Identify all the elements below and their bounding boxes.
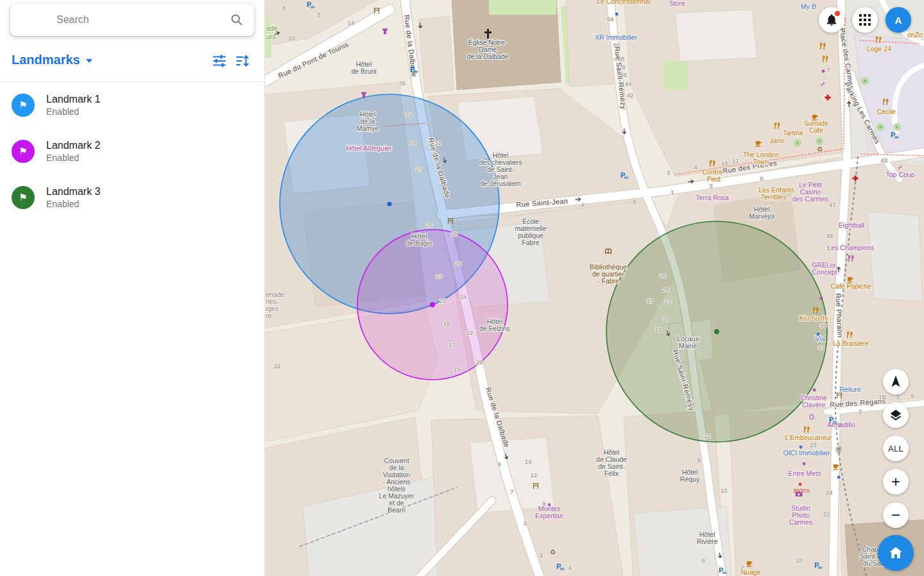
house-number: 2 [667, 169, 670, 176]
zoom-in-button[interactable]: + [883, 469, 909, 495]
layers-button[interactable] [883, 402, 909, 428]
svg-text:♻: ♻ [817, 146, 823, 153]
apps-grid-button[interactable] [852, 7, 878, 33]
house-number: 27 [416, 165, 423, 173]
place-label: Cécile [877, 108, 895, 115]
home-button[interactable] [878, 535, 914, 571]
house-number: 14 [525, 458, 532, 465]
place-label: Les EnfantsTerribles... [758, 186, 794, 201]
list-item-landmark-2[interactable]: ⚑ Landmark 2 Enabled [0, 128, 264, 174]
house-number: 3 [539, 552, 542, 559]
svg-text:Ō: Ō [809, 414, 814, 421]
house-number: 31 [406, 111, 413, 118]
sort-icon[interactable] [235, 53, 250, 69]
dot-icon [548, 504, 551, 507]
house-number: 4 [694, 164, 697, 171]
map-canvas[interactable]: 5514103531293227252823262421192217152054… [264, 0, 924, 576]
house-number: 15 [796, 557, 803, 564]
compass-button[interactable] [883, 369, 909, 394]
place-label: La Braisière [833, 339, 869, 347]
dot-icon [803, 462, 806, 466]
recycle-icon: ♻ [817, 146, 823, 153]
house-number: 28 [451, 230, 458, 237]
landmark-status: Enabled [46, 106, 101, 117]
place-label: Top Coup [886, 171, 915, 178]
house-number: 17 [647, 297, 654, 304]
svg-text:♻: ♻ [550, 548, 556, 555]
house-number: 7 [826, 66, 830, 73]
place-label: Loge 24 [867, 45, 891, 53]
all-landmarks-button[interactable]: ALL [883, 436, 909, 461]
landmark-name: Landmark 3 [46, 185, 101, 198]
tree-icon [893, 123, 901, 131]
flag-icon: ⚑ [12, 140, 35, 163]
search-input[interactable] [55, 13, 230, 26]
house-number: 3 [709, 182, 712, 189]
menu-icon[interactable] [27, 15, 40, 24]
house-number: 35 [820, 322, 827, 329]
house-number: 23 [436, 273, 443, 280]
all-label: ALL [888, 444, 903, 453]
fountain-icon: Ō [809, 414, 814, 421]
landmark-3-center-marker[interactable] [714, 329, 719, 334]
house-number: 19 [443, 320, 450, 327]
avatar[interactable]: A [886, 7, 911, 33]
place-label: HôtelRéquy [680, 468, 700, 483]
place-label: MontesExpertise [535, 505, 563, 520]
plus-icon: + [891, 474, 900, 489]
house-number: 35 [399, 80, 406, 87]
dot-icon [800, 446, 803, 449]
landmark-1-center-marker[interactable] [388, 202, 392, 207]
tree-icon [861, 77, 869, 85]
place-label: Jano [770, 137, 785, 144]
svg-text:♪: ♪ [838, 421, 842, 428]
house-number: 33 [818, 344, 825, 351]
svg-text:@: @ [835, 446, 842, 453]
recycle-icon: ♻ [550, 548, 556, 555]
notifications-button[interactable] [819, 7, 844, 33]
place-label: L'Emboucaneur [785, 434, 832, 441]
dot-icon [817, 333, 820, 336]
music-icon: ♪ [838, 421, 842, 428]
place-label: ChristineClavère [800, 394, 827, 409]
house-number: 47 [829, 201, 836, 208]
house-number: 22 [823, 511, 830, 518]
house-number: 21 [440, 297, 447, 304]
house-number: 12 [704, 432, 711, 439]
house-number: 10 [721, 160, 728, 167]
landmark-2-center-marker[interactable] [430, 302, 435, 307]
list-item-landmark-3[interactable]: ⚑ Landmark 3 Enabled [0, 174, 264, 221]
place-label: Eightball [839, 221, 864, 229]
house-number: 24 [460, 293, 467, 300]
place-label: Tartine [783, 129, 803, 137]
filter-icon[interactable] [212, 53, 227, 69]
minus-icon: − [891, 507, 900, 523]
layers-icon [889, 408, 903, 422]
house-number: 42 [627, 92, 634, 99]
house-number: 42 [881, 157, 888, 164]
place-label: onZo [907, 31, 923, 38]
flag-icon: ⚑ [12, 94, 35, 117]
house-number: 22 [274, 362, 281, 369]
house-number: 24 [826, 489, 833, 496]
house-number: 4 [581, 201, 584, 208]
flag-icon: ⚑ [12, 186, 35, 209]
place-label: My B [801, 3, 816, 10]
tree-icon [816, 137, 823, 145]
home-icon [887, 545, 904, 561]
list-item-landmark-1[interactable]: ⚑ Landmark 1 Enabled [0, 82, 264, 128]
house-number: 14 [348, 19, 355, 26]
house-number: 22 [665, 298, 672, 305]
house-number: 54 [607, 15, 614, 22]
landmark-status: Enabled [46, 198, 101, 210]
zoom-out-button[interactable]: − [883, 502, 909, 528]
avatar-initial: A [895, 15, 902, 26]
place-label: Kiu Sushi [800, 314, 828, 322]
landmarks-dropdown[interactable]: Landmarks [12, 53, 92, 67]
search-bar [10, 4, 254, 36]
house-number: 15 [655, 326, 662, 333]
search-icon[interactable] [230, 13, 244, 27]
place-label: ade [266, 24, 278, 32]
house-number: 7 [510, 488, 513, 495]
house-number: 9 [497, 461, 501, 468]
